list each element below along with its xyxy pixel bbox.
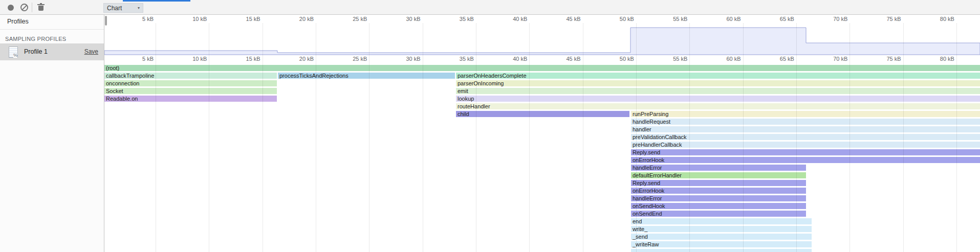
flame-chart-pane: 5 kB10 kB15 kB20 kB25 kB30 kB35 kB40 kB4… <box>104 15 980 252</box>
sampling-profiles-heading: SAMPLING PROFILES <box>5 36 66 42</box>
profile-name: Profile 1 <box>24 48 48 55</box>
gridline-40kb <box>529 23 530 252</box>
profiles-sidebar: Profiles SAMPLING PROFILES Profile 1 Sav… <box>0 15 104 252</box>
flame-bar-preValidationCallback[interactable]: preValidationCallback <box>631 134 980 140</box>
flame-bar-write_[interactable]: write_ <box>631 226 812 232</box>
memory-overview-area[interactable] <box>104 15 980 56</box>
flame-bar-defaultErrorHandler[interactable]: defaultErrorHandler <box>631 172 806 178</box>
ruler-tick-label: 10 kB <box>178 56 207 62</box>
chevron-down-icon: ▾ <box>138 6 140 10</box>
flame-bar-parserOnIncoming[interactable]: parserOnIncoming <box>456 80 980 86</box>
gridline-45kb <box>583 23 583 252</box>
ruler-tick-label: 40 kB <box>498 56 527 62</box>
flame-bar-onSendEnd[interactable]: onSendEnd <box>631 211 806 217</box>
flame-bar-onSendHook[interactable]: onSendHook <box>631 203 806 209</box>
gridline-10kb <box>209 23 209 252</box>
active-tab-indicator <box>123 0 190 2</box>
flame-bar-lookup[interactable]: lookup <box>456 96 980 102</box>
flame-bar-_writeRaw[interactable]: _writeRaw <box>631 241 812 247</box>
flame-bar-Reply.send[interactable]: Reply.send <box>631 149 980 155</box>
memory-profiler-panel: Chart ▾ Profiles SAMPLING PROFILES Profi… <box>0 0 980 252</box>
delete-profile-button[interactable] <box>34 0 48 15</box>
ruler-tick-label: 45 kB <box>552 56 581 62</box>
flame-bar-runPreParsing[interactable]: runPreParsing <box>631 111 980 117</box>
vertical-scrollbar-thumb[interactable] <box>105 16 107 26</box>
ruler-tick-label: 80 kB <box>926 56 954 62</box>
flame-bar-callbackTrampoline[interactable]: callbackTrampoline <box>104 73 277 79</box>
ruler-tick-label: 30 kB <box>392 56 421 62</box>
ruler-tick-label: 70 kB <box>819 56 847 62</box>
gridline-5kb <box>156 23 156 252</box>
flame-bar-(root)[interactable]: (root) <box>104 65 980 71</box>
flame-bar-onErrorHook[interactable]: onErrorHook <box>631 157 980 163</box>
trash-icon <box>38 4 44 11</box>
flame-bar-Readable.on[interactable]: Readable.on <box>104 96 277 102</box>
flame-bar-preHandlerCallback[interactable]: preHandlerCallback <box>631 142 980 148</box>
flame-bar-processTicksAndRejections[interactable]: processTicksAndRejections <box>278 73 455 79</box>
flame-bar-onconnection[interactable]: onconnection <box>104 80 277 86</box>
ruler-tick-label: 60 kB <box>712 56 741 62</box>
flame-bar-Socket[interactable]: Socket <box>104 88 277 94</box>
view-mode-value: Chart <box>107 5 138 12</box>
gridline-25kb <box>369 23 369 252</box>
gridline-20kb <box>316 23 316 252</box>
ruler-tick-label: 55 kB <box>659 56 687 62</box>
gridline-15kb <box>263 23 263 252</box>
profile-document-icon <box>9 47 18 58</box>
flame-bar-handleError[interactable]: handleError <box>631 195 806 201</box>
clear-all-profiles-button[interactable] <box>17 0 31 15</box>
flame-bar-onErrorHook[interactable]: onErrorHook <box>631 188 806 194</box>
save-profile-link[interactable]: Save <box>84 48 98 55</box>
flame-bar-routeHandler[interactable]: routeHandler <box>456 103 980 109</box>
ruler-tick-label: 20 kB <box>285 56 314 62</box>
flame-bar[interactable] <box>631 249 812 252</box>
view-mode-select[interactable]: Chart ▾ <box>103 3 143 13</box>
flame-bar-handleError[interactable]: handleError <box>631 165 806 171</box>
sidebar-item-profile-1[interactable]: Profile 1 Save <box>0 43 104 60</box>
flame-bar-handleRequest[interactable]: handleRequest <box>631 119 980 125</box>
ruler-tick-label: 65 kB <box>766 56 794 62</box>
ruler-tick-label: 25 kB <box>338 56 367 62</box>
flame-bar-handler[interactable]: handler <box>631 126 980 132</box>
sidebar-divider <box>0 29 104 30</box>
flame-bar-end[interactable]: end <box>631 218 812 224</box>
gridline-30kb <box>423 23 423 252</box>
record-icon <box>8 5 14 11</box>
ruler-tick-label: 75 kB <box>873 56 901 62</box>
overview-silhouette <box>104 28 980 55</box>
ruler-tick-label: 15 kB <box>232 56 260 62</box>
ruler-tick-label: 35 kB <box>445 56 474 62</box>
ruler-tick-label: 50 kB <box>605 56 634 62</box>
clear-icon <box>20 4 28 11</box>
flame-bar-parserOnHeadersComplete[interactable]: parserOnHeadersComplete <box>456 73 980 79</box>
record-button[interactable] <box>4 0 17 15</box>
flame-bar-child[interactable]: child <box>456 111 629 117</box>
flame-bar-Reply.send[interactable]: Reply.send <box>631 180 806 186</box>
flame-bar-_send[interactable]: _send <box>631 234 812 240</box>
profiler-toolbar: Chart ▾ <box>0 0 980 15</box>
sidebar-title: Profiles <box>7 18 29 25</box>
flame-bar-emit[interactable]: emit <box>456 88 980 94</box>
ruler-tick-label: 5 kB <box>125 56 154 62</box>
toolbar-divider <box>32 3 32 12</box>
gridline-35kb <box>476 23 476 252</box>
